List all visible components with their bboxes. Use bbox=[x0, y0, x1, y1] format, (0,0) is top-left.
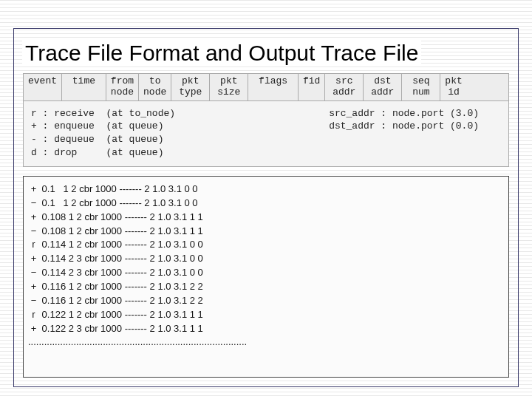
trace-text: 0.122 1 2 cbr 1000 ------- 2 1.0 3.1 1 1 bbox=[39, 309, 203, 320]
legend-addrs: src_addr : node.port (3.0) dst_addr : no… bbox=[329, 107, 501, 159]
trace-row: + 0.114 2 3 cbr 1000 ------- 2 1.0 3.1 0… bbox=[24, 252, 508, 266]
event-symbol: + bbox=[28, 322, 39, 336]
hcell-src-addr: src addr bbox=[325, 74, 364, 100]
trace-row: − 0.116 1 2 cbr 1000 ------- 2 1.0 3.1 2… bbox=[24, 294, 508, 308]
trace-row: r 0.122 1 2 cbr 1000 ------- 2 1.0 3.1 1… bbox=[24, 308, 508, 322]
trace-row: + 0.122 2 3 cbr 1000 ------- 2 1.0 3.1 1… bbox=[24, 322, 508, 336]
trace-row: + 0.108 1 2 cbr 1000 ------- 2 1.0 3.1 1… bbox=[24, 211, 508, 225]
trace-row: + 0.1 1 2 cbr 1000 ------- 2 1.0 3.1 0 0 bbox=[24, 183, 508, 197]
event-symbol: − bbox=[28, 225, 39, 239]
hcell-pkt-id: pkt id bbox=[440, 74, 466, 100]
trace-row: − 0.114 2 3 cbr 1000 ------- 2 1.0 3.1 0… bbox=[24, 266, 508, 280]
trace-text: 0.114 2 3 cbr 1000 ------- 2 1.0 3.1 0 0 bbox=[39, 253, 203, 264]
trace-text: 0.114 1 2 cbr 1000 ------- 2 1.0 3.1 0 0 bbox=[39, 239, 203, 250]
slide-title: Trace File Format and Output Trace File bbox=[22, 41, 421, 66]
event-symbol: r bbox=[28, 238, 39, 252]
trace-text: 0.1 1 2 cbr 1000 ------- 2 1.0 3.1 0 0 bbox=[39, 183, 198, 194]
hcell-fid: fid bbox=[299, 74, 325, 100]
event-symbol: − bbox=[28, 266, 39, 280]
event-symbol: + bbox=[28, 252, 39, 266]
hcell-dst-addr: dst addr bbox=[364, 74, 402, 100]
trace-output-box: + 0.1 1 2 cbr 1000 ------- 2 1.0 3.1 0 0… bbox=[23, 176, 509, 378]
event-symbol: + bbox=[28, 280, 39, 294]
trace-text: 0.122 2 3 cbr 1000 ------- 2 1.0 3.1 1 1 bbox=[39, 323, 203, 334]
event-symbol: − bbox=[28, 294, 39, 308]
hcell-to-node: to node bbox=[139, 74, 171, 100]
trace-ellipsis: ........................................… bbox=[24, 335, 508, 349]
legend-events: r : receive (at to_node) + : enqueue (at… bbox=[31, 107, 175, 159]
trace-row: r 0.114 1 2 cbr 1000 ------- 2 1.0 3.1 0… bbox=[24, 238, 508, 252]
event-symbol: + bbox=[28, 211, 39, 225]
event-symbol: + bbox=[28, 183, 39, 197]
hcell-pkt-type: pkt type bbox=[171, 74, 210, 100]
hcell-time: time bbox=[62, 74, 106, 100]
event-symbol: r bbox=[28, 308, 39, 322]
trace-text: 0.116 1 2 cbr 1000 ------- 2 1.0 3.1 2 2 bbox=[39, 281, 203, 292]
trace-text: 0.108 1 2 cbr 1000 ------- 2 1.0 3.1 1 1 bbox=[39, 225, 203, 236]
hcell-event: event bbox=[24, 74, 62, 100]
hcell-flags: flags bbox=[248, 74, 299, 100]
trace-row: − 0.108 1 2 cbr 1000 ------- 2 1.0 3.1 1… bbox=[24, 225, 508, 239]
hcell-from-node: from node bbox=[106, 74, 139, 100]
hcell-pkt-size: pkt size bbox=[210, 74, 248, 100]
hcell-seq-num: seq num bbox=[402, 74, 440, 100]
trace-format-box: event time from node to node pkt type pk… bbox=[23, 73, 509, 167]
trace-row: + 0.116 1 2 cbr 1000 ------- 2 1.0 3.1 2… bbox=[24, 280, 508, 294]
trace-text: 0.116 1 2 cbr 1000 ------- 2 1.0 3.1 2 2 bbox=[39, 295, 203, 306]
event-symbol: − bbox=[28, 197, 39, 211]
trace-text: 0.114 2 3 cbr 1000 ------- 2 1.0 3.1 0 0 bbox=[39, 267, 203, 278]
trace-header-row: event time from node to node pkt type pk… bbox=[24, 74, 508, 101]
trace-text: 0.1 1 2 cbr 1000 ------- 2 1.0 3.1 0 0 bbox=[39, 197, 198, 208]
slide-frame: event time from node to node pkt type pk… bbox=[13, 28, 519, 387]
legend-area: r : receive (at to_node) + : enqueue (at… bbox=[24, 101, 508, 166]
trace-text: 0.108 1 2 cbr 1000 ------- 2 1.0 3.1 1 1 bbox=[39, 211, 203, 222]
trace-row: − 0.1 1 2 cbr 1000 ------- 2 1.0 3.1 0 0 bbox=[24, 197, 508, 211]
